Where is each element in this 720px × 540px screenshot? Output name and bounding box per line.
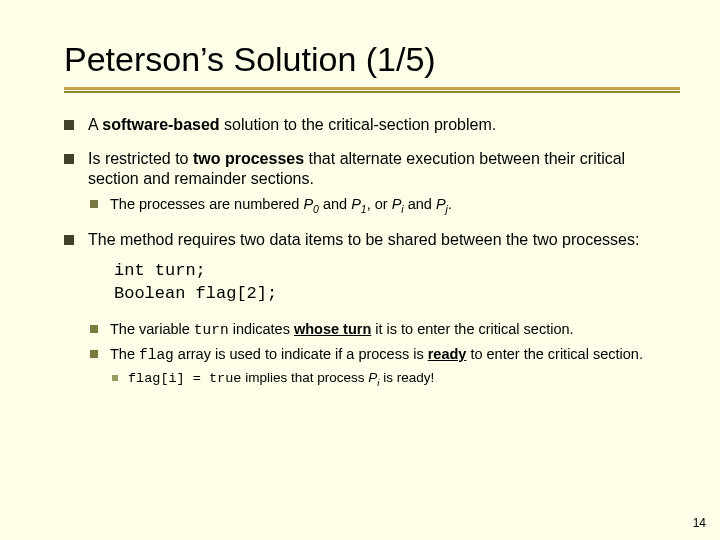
and2: and bbox=[404, 196, 436, 212]
b1-post: solution to the critical-section problem… bbox=[220, 116, 497, 133]
title-wrap: Peterson’s Solution (1/5) bbox=[0, 0, 720, 79]
b3b-mid: array is used to indicate if a process i… bbox=[174, 346, 428, 362]
b3b-strong: ready bbox=[428, 346, 467, 362]
pj: P bbox=[436, 196, 446, 212]
p1: P bbox=[351, 196, 361, 212]
b3b-post: to enter the critical section. bbox=[466, 346, 643, 362]
square-bullet-icon bbox=[64, 120, 74, 130]
b3c-mid: implies that process bbox=[241, 370, 368, 385]
bullet-3a: The variable turn indicates whose turn i… bbox=[90, 320, 680, 339]
bullet-1-text: A software-based solution to the critica… bbox=[88, 115, 680, 135]
b2s-pre: The processes are numbered bbox=[110, 196, 303, 212]
square-bullet-icon bbox=[90, 325, 98, 333]
bullet-2-sub: The processes are numbered P0 and P1, or… bbox=[90, 195, 680, 216]
bullet-2-sub-text: The processes are numbered P0 and P1, or… bbox=[110, 195, 680, 216]
b3a-code: turn bbox=[194, 322, 229, 338]
b3a-post: it is to enter the critical section. bbox=[371, 321, 573, 337]
and1: and bbox=[319, 196, 351, 212]
b2-pre: Is restricted to bbox=[88, 150, 193, 167]
code-line-2: Boolean flag[2]; bbox=[114, 283, 680, 306]
page-number: 14 bbox=[693, 516, 706, 530]
b3c-code: flag[i] = true bbox=[128, 371, 241, 386]
or: , or bbox=[367, 196, 392, 212]
b3b-pre: The bbox=[110, 346, 139, 362]
bullet-3b-text: The flag array is used to indicate if a … bbox=[110, 345, 680, 364]
rule-gold bbox=[64, 87, 680, 90]
dot: . bbox=[448, 196, 452, 212]
b3a-u: whose turn bbox=[294, 321, 371, 337]
b3a-pre: The variable bbox=[110, 321, 194, 337]
b1-strong: software-based bbox=[102, 116, 219, 133]
code-block: int turn; Boolean flag[2]; bbox=[114, 260, 680, 306]
b3a-mid: indicates bbox=[229, 321, 294, 337]
code-line-1: int turn; bbox=[114, 260, 680, 283]
bullet-3-text: The method requires two data items to be… bbox=[88, 230, 680, 250]
bullet-3c: flag[i] = true implies that process Pi i… bbox=[112, 370, 680, 389]
square-bullet-icon bbox=[90, 200, 98, 208]
square-bullet-icon bbox=[64, 154, 74, 164]
bullet-3c-text: flag[i] = true implies that process Pi i… bbox=[128, 370, 680, 389]
slide: Peterson’s Solution (1/5) A software-bas… bbox=[0, 0, 720, 540]
b3c-post: is ready! bbox=[379, 370, 434, 385]
square-bullet-icon bbox=[90, 350, 98, 358]
b3c-pi: P bbox=[368, 370, 377, 385]
content: A software-based solution to the critica… bbox=[0, 93, 720, 389]
bullet-2-text: Is restricted to two processes that alte… bbox=[88, 149, 680, 189]
pi: P bbox=[392, 196, 402, 212]
bullet-2: Is restricted to two processes that alte… bbox=[64, 149, 680, 189]
slide-title: Peterson’s Solution (1/5) bbox=[64, 40, 720, 79]
b1-pre: A bbox=[88, 116, 102, 133]
bullet-3b: The flag array is used to indicate if a … bbox=[90, 345, 680, 364]
bullet-1: A software-based solution to the critica… bbox=[64, 115, 680, 135]
bullet-3a-text: The variable turn indicates whose turn i… bbox=[110, 320, 680, 339]
bullet-3: The method requires two data items to be… bbox=[64, 230, 680, 250]
square-bullet-icon bbox=[112, 375, 118, 381]
b2-strong: two processes bbox=[193, 150, 304, 167]
b3b-code: flag bbox=[139, 347, 174, 363]
square-bullet-icon bbox=[64, 235, 74, 245]
p0: P bbox=[303, 196, 313, 212]
